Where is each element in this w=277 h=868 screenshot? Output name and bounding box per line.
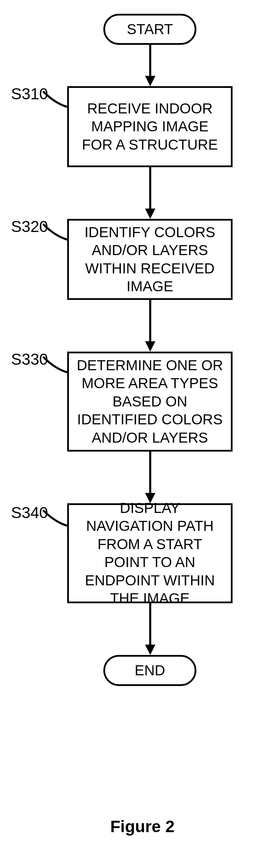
process-s320-text: IDENTIFY COLORS AND/OR LAYERS WITHIN REC… (76, 223, 224, 296)
process-s310-text: RECEIVE INDOOR MAPPING IMAGE FOR A STRUC… (76, 100, 224, 154)
svg-marker-5 (145, 341, 155, 352)
arrow-s330-to-s340 (148, 452, 152, 503)
start-terminator: START (103, 14, 196, 45)
svg-marker-3 (145, 209, 155, 219)
figure-caption: Figure 2 (110, 817, 175, 836)
process-s330-text: DETERMINE ONE OR MORE AREA TYPES BASED O… (76, 356, 224, 447)
process-s310: RECEIVE INDOOR MAPPING IMAGE FOR A STRUC… (67, 86, 233, 167)
leader-s340 (41, 507, 69, 531)
process-s330: DETERMINE ONE OR MORE AREA TYPES BASED O… (67, 352, 233, 452)
end-terminator: END (103, 655, 196, 686)
arrow-s340-to-end (148, 603, 152, 655)
flowchart-canvas: START RECEIVE INDOOR MAPPING IMAGE FOR A… (0, 0, 277, 868)
arrow-s310-to-s320 (148, 167, 152, 219)
leader-s320 (41, 221, 69, 245)
svg-marker-1 (145, 76, 155, 86)
svg-marker-9 (145, 645, 155, 655)
start-label: START (127, 21, 173, 38)
process-s340: DISPLAY NAVIGATION PATH FROM A START POI… (67, 503, 233, 603)
process-s320: IDENTIFY COLORS AND/OR LAYERS WITHIN REC… (67, 219, 233, 300)
leader-s310 (41, 88, 69, 112)
leader-s330 (41, 353, 69, 377)
arrow-start-to-s310 (148, 45, 152, 86)
arrow-s320-to-s330 (148, 300, 152, 352)
process-s340-text: DISPLAY NAVIGATION PATH FROM A START POI… (76, 499, 224, 608)
end-label: END (135, 662, 165, 679)
